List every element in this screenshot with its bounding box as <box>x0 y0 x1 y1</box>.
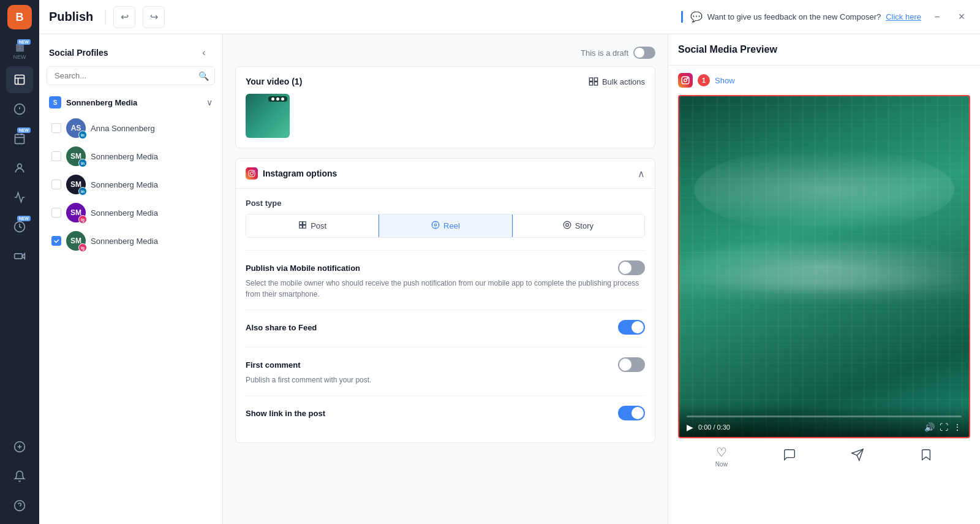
profile-name: Sonnenberg Media <box>91 237 158 246</box>
video-progress-bar[interactable] <box>687 416 962 417</box>
option-title: First comment <box>246 360 301 370</box>
nav-help[interactable] <box>6 492 33 519</box>
profile-group-header[interactable]: S Sonnenberg Media ∨ <box>47 93 215 112</box>
nav-add[interactable] <box>6 433 33 460</box>
svg-rect-16 <box>249 170 255 177</box>
mobile-toggle[interactable] <box>618 260 645 275</box>
profile-checkbox-2[interactable] <box>51 151 61 161</box>
chevron-down-icon: ∨ <box>206 97 213 107</box>
feedback-link[interactable]: Click here <box>886 12 921 21</box>
share-action[interactable] <box>851 448 864 465</box>
nav-new2[interactable]: NEW <box>6 213 33 240</box>
minimize-button[interactable]: − <box>929 9 946 26</box>
comment-icon <box>783 448 796 465</box>
header-divider <box>105 10 106 25</box>
post-type-post-button[interactable]: Post <box>246 215 379 237</box>
list-item[interactable]: AS in Anna Sonnenberg <box>47 115 215 142</box>
nav-reports[interactable] <box>6 184 33 211</box>
preview-show-link[interactable]: Show <box>715 76 735 85</box>
profile-checkbox-3[interactable] <box>51 180 61 189</box>
list-item[interactable]: SM in Sonnenberg Media <box>47 171 215 198</box>
comment-toggle[interactable] <box>618 357 645 372</box>
sidebar: Social Profiles ‹ 🔍 S Sonnenberg Media ∨ <box>39 34 223 524</box>
redo-button[interactable]: ↪ <box>143 6 165 28</box>
list-item[interactable]: SM in Sonnenberg Media <box>47 143 215 170</box>
option-share-feed: Also share to Feed <box>246 309 645 347</box>
app-logo: B <box>7 5 32 29</box>
like-label: Now <box>715 461 728 468</box>
svg-point-33 <box>687 78 688 78</box>
preview-header: Social Media Preview <box>668 34 980 66</box>
list-item[interactable]: SM ig Sonnenberg Media <box>47 227 215 254</box>
draft-toggle[interactable] <box>633 47 655 59</box>
nav-people[interactable] <box>6 154 33 181</box>
chevron-up-icon: ∧ <box>638 168 645 180</box>
option-row-header: Publish via Mobile notification <box>246 260 645 275</box>
header: Publish ↩ ↪ 💬 Want to give us feedback o… <box>39 0 980 34</box>
left-nav: B ▦ NEW NEW NEW NEW <box>0 0 39 524</box>
svg-rect-5 <box>15 254 23 259</box>
svg-rect-22 <box>303 226 306 229</box>
feed-toggle[interactable] <box>618 320 645 335</box>
option-row-header: Also share to Feed <box>246 320 645 335</box>
svg-rect-15 <box>594 82 597 85</box>
content-area: This is a draft Your video (1) Bulk acti… <box>223 34 668 524</box>
volume-button[interactable]: 🔊 <box>924 422 935 432</box>
option-show-link: Show link in the post <box>246 395 645 433</box>
preview-ig-badge <box>678 73 693 88</box>
play-button[interactable]: ▶ <box>687 422 693 432</box>
comment-action[interactable] <box>783 448 796 465</box>
link-toggle[interactable] <box>618 406 645 420</box>
main-area: Publish ↩ ↪ 💬 Want to give us feedback o… <box>39 0 980 524</box>
toggle-knob <box>635 48 644 58</box>
like-action[interactable]: ♡ Now <box>715 445 728 468</box>
svg-rect-20 <box>303 222 306 225</box>
toggle-knob <box>631 321 644 333</box>
profile-name: Sonnenberg Media <box>91 208 158 218</box>
video-thumbnail <box>246 94 290 138</box>
group-icon: S <box>49 96 61 108</box>
preview-title: Social Media Preview <box>678 44 777 55</box>
undo-button[interactable]: ↩ <box>113 6 135 28</box>
post-type-reel-button[interactable]: Reel <box>379 214 512 238</box>
send-icon <box>851 448 864 465</box>
feedback-text: Want to give us feedback on the new Comp… <box>707 12 881 21</box>
instagram-icon <box>246 167 258 180</box>
video-section-header: Your video (1) Bulk actions <box>246 77 645 86</box>
profile-list: AS in Anna Sonnenberg SM in Sonnenberg M… <box>47 112 215 257</box>
svg-point-24 <box>434 224 437 226</box>
profile-checkbox-5[interactable] <box>51 236 61 246</box>
options-header[interactable]: Instagram options ∧ <box>236 159 655 189</box>
profile-checkbox-4[interactable] <box>51 208 61 218</box>
nav-publish[interactable] <box>6 66 33 93</box>
bulk-actions-button[interactable]: Bulk actions <box>589 77 645 86</box>
list-item[interactable]: SM ig Sonnenberg Media <box>47 199 215 226</box>
option-title: Show link in the post <box>246 409 325 418</box>
nav-videos[interactable] <box>6 243 33 270</box>
sidebar-header: Social Profiles ‹ <box>39 34 222 66</box>
profile-checkbox-1[interactable] <box>51 123 61 133</box>
fullscreen-button[interactable]: ⛶ <box>940 422 948 432</box>
nav-new[interactable]: ▦ NEW NEW <box>6 37 33 64</box>
close-button[interactable]: × <box>953 9 970 26</box>
profile-group: S Sonnenberg Media ∨ AS in Anna Sonnenbe… <box>39 93 222 257</box>
preview-panel: Social Media Preview 1 Show <box>668 34 980 524</box>
sidebar-collapse-button[interactable]: ‹ <box>195 44 213 61</box>
nav-analytics[interactable] <box>6 96 33 123</box>
search-input[interactable] <box>47 66 215 85</box>
nav-calendar[interactable]: NEW <box>6 125 33 152</box>
post-type-story-button[interactable]: Story <box>512 215 644 237</box>
svg-rect-0 <box>15 75 24 85</box>
svg-point-17 <box>251 172 254 175</box>
bookmark-icon <box>919 448 933 465</box>
video-controls-bar: ▶ 0:00 / 0:30 🔊 ⛶ ⋮ <box>679 403 969 437</box>
more-options-button[interactable]: ⋮ <box>953 422 962 432</box>
toggle-knob <box>631 407 644 419</box>
profile-name: Sonnenberg Media <box>91 180 158 189</box>
svg-point-3 <box>18 164 22 168</box>
options-body: Post type Post Reel <box>236 189 655 442</box>
svg-rect-12 <box>589 78 592 81</box>
nav-bell[interactable] <box>6 463 33 490</box>
save-action[interactable] <box>919 448 933 465</box>
svg-point-18 <box>253 172 254 172</box>
